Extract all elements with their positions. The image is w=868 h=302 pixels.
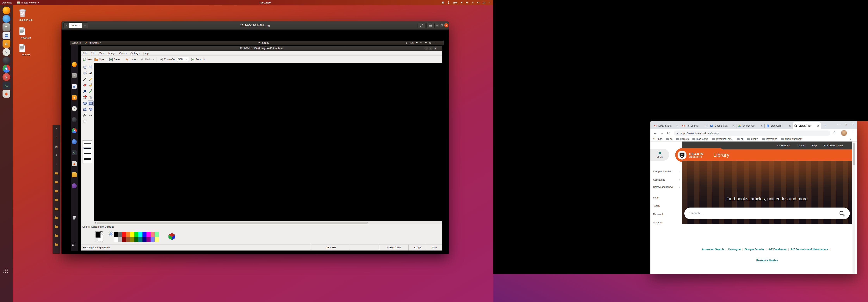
folder-icon[interactable] <box>54 198 59 202</box>
window-close-button[interactable]: ✕ <box>852 123 854 126</box>
square-icon[interactable]: ▫ <box>54 162 59 166</box>
resource-guides-link[interactable]: Resource Guides <box>682 259 852 262</box>
color-cube-icon[interactable] <box>167 232 176 241</box>
dock-item-software[interactable]: ◆ <box>72 161 77 166</box>
desktop-icon-watch-on[interactable]: watch.on <box>19 27 33 39</box>
tool-eraser[interactable] <box>82 82 87 88</box>
dock-item-firefox[interactable] <box>2 7 10 14</box>
zoom-out-button[interactable]: − <box>64 23 69 28</box>
dock-item-software[interactable]: ◆ <box>2 90 10 98</box>
menu-settings[interactable]: Settings <box>130 52 140 55</box>
tool-rectangular-selection[interactable] <box>88 64 93 70</box>
tab-dp17-status[interactable]: DP17 Status✕ <box>652 122 680 129</box>
kp-minimize-button[interactable]: − <box>424 46 428 50</box>
palette-color-696969[interactable] <box>118 232 122 237</box>
tab-library-hom[interactable]: Library Hom✕ <box>793 122 821 129</box>
tool-line[interactable] <box>82 76 87 82</box>
kp-close-button[interactable]: ✕ <box>434 46 437 50</box>
dock-item-app-dark[interactable] <box>72 117 77 122</box>
palette-color-8b008b[interactable] <box>147 237 151 242</box>
transparent-color-cell[interactable] <box>108 231 113 236</box>
dock-item-terminal[interactable]: >_ <box>72 150 77 155</box>
dock-item-terminal[interactable]: >_ <box>2 81 10 89</box>
chevron-left-icon[interactable]: ‹ <box>54 126 59 131</box>
app-menu[interactable]: Image Viewer▾ <box>14 0 41 5</box>
palette-color-8b8b00[interactable] <box>130 237 134 242</box>
dock-item-app-dark[interactable] <box>2 57 10 64</box>
tool-free-form-selection[interactable] <box>82 64 87 70</box>
new-button[interactable]: New <box>83 58 92 61</box>
palette-color-82ff9e[interactable] <box>155 232 159 237</box>
minimize-button[interactable]: − <box>435 23 439 27</box>
bookmark-folder-executing-not-[interactable]: executing_not... <box>712 138 733 140</box>
bookmark-folder-mac-setup[interactable]: mac_setup <box>692 138 708 140</box>
dock-item-media[interactable] <box>72 183 77 188</box>
tab-google-cale[interactable]: 2Google Cale✕ <box>708 122 736 129</box>
bookmark-folder-interesting[interactable]: interesting <box>762 138 777 140</box>
tool-rectangle[interactable] <box>88 100 94 106</box>
tab-close-icon[interactable]: ✕ <box>705 125 707 127</box>
tool-rounded-rectangle[interactable] <box>82 100 87 106</box>
zoom-out-button[interactable]: Zoom Out <box>159 58 175 61</box>
canvas[interactable] <box>94 63 442 221</box>
sidebar-item-borrow-and-renew[interactable]: Borrow and renew› <box>653 186 680 189</box>
dock-item-mail[interactable] <box>72 139 77 144</box>
sidebar-item-research[interactable]: Research <box>653 213 680 216</box>
menu-button[interactable]: Menu <box>650 149 669 161</box>
palette-color-008080[interactable] <box>138 237 143 242</box>
palette-color-00e319[interactable] <box>134 232 138 237</box>
folder-icon[interactable] <box>54 233 59 238</box>
tool-stamp[interactable] <box>82 95 87 100</box>
show-applications-icon[interactable] <box>3 269 8 273</box>
palette-color-bebebe[interactable] <box>118 237 122 242</box>
tool-brush[interactable] <box>88 82 93 88</box>
palette-color-000000[interactable] <box>114 232 118 237</box>
palette-color-ffffff[interactable] <box>114 237 118 242</box>
tab-close-icon[interactable]: ✕ <box>817 125 819 127</box>
tool-color-picker[interactable] <box>88 89 93 94</box>
palette-color-ffff00[interactable] <box>130 232 134 237</box>
home-icon[interactable]: ⌂ <box>54 135 59 140</box>
save-button[interactable]: Save <box>109 58 120 61</box>
quick-link-catalogue[interactable]: Catalogue <box>728 248 741 251</box>
bookmark-folder-deakin[interactable]: deakin <box>747 138 758 140</box>
dock-item-files[interactable]: ≡ <box>72 73 77 78</box>
desktop-icon-rubbish-bin[interactable]: Rubbish Bin <box>19 8 33 21</box>
dock-item-mail[interactable]: 2 <box>2 73 10 81</box>
bookmarks-overflow-icon[interactable]: » <box>850 138 857 140</box>
activities-button[interactable]: Activities <box>0 0 14 5</box>
sidebar-item-campus-libraries[interactable]: Campus libraries› <box>653 170 680 173</box>
address-bar[interactable]: https://www.deakin.edu.au/library <box>674 131 830 136</box>
horizontal-scrollbar[interactable]: ◀ <box>94 221 442 225</box>
bookmark-folder-afl[interactable]: afl <box>737 138 743 140</box>
back-button[interactable]: ← <box>652 131 658 135</box>
folder-icon[interactable] <box>54 180 59 184</box>
folder-icon[interactable] <box>54 224 59 229</box>
dock-item-libreoffice-writer[interactable]: ≣ <box>72 84 77 89</box>
tool-curve[interactable] <box>88 112 93 118</box>
dock-item-files[interactable]: ≡ <box>2 23 10 31</box>
dock-item-chrome[interactable] <box>72 128 77 133</box>
browser-menu-icon[interactable]: ⋮ <box>851 130 854 133</box>
link-help[interactable]: Help <box>812 144 817 147</box>
dock-item-amazon[interactable]: a <box>2 40 10 47</box>
bookmark-apps[interactable]: Apps <box>653 138 662 140</box>
system-tray[interactable]: 11% <box>441 1 493 4</box>
tool-ellipse[interactable] <box>88 106 93 112</box>
undo-button[interactable]: Undo▼ <box>125 58 138 61</box>
palette-color-ff1414[interactable] <box>122 232 126 237</box>
folder-icon[interactable] <box>54 171 59 175</box>
palette-color-ff7f24[interactable] <box>126 232 130 237</box>
dock-item-folder[interactable] <box>72 172 77 177</box>
window-maximize-button[interactable]: □ <box>845 123 846 126</box>
menu-button[interactable] <box>427 23 435 28</box>
redo-button[interactable]: Redo▼ <box>140 58 154 61</box>
sidebar-item-about-us[interactable]: About us <box>653 221 680 224</box>
palette-color-1414ff[interactable] <box>143 232 147 237</box>
link-contact[interactable]: Contact <box>797 144 805 147</box>
tool-text[interactable]: AI <box>88 70 93 76</box>
quick-link-advanced-search[interactable]: Advanced Search <box>702 248 724 251</box>
page-scrollbar-thumb[interactable] <box>853 143 855 165</box>
tool-flood-fill[interactable] <box>82 89 87 94</box>
palette-color-ffff80[interactable] <box>155 237 159 242</box>
